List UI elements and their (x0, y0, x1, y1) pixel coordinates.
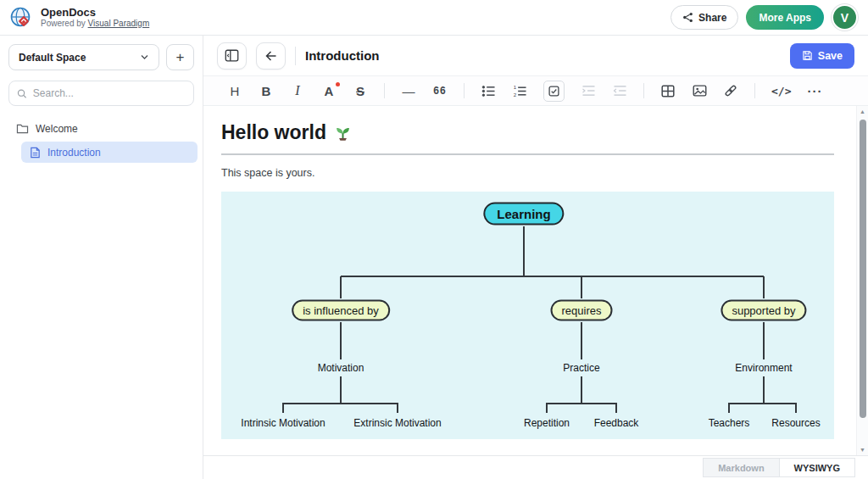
user-avatar[interactable]: V (832, 4, 858, 31)
mindmap-leaf-label: Teachers (709, 417, 750, 429)
opendocs-logo-icon (8, 5, 34, 31)
task-list-icon (548, 86, 559, 97)
svg-text:1: 1 (513, 85, 516, 90)
powered-by-prefix: Powered by (41, 19, 86, 28)
space-name: Default Space (19, 52, 86, 64)
mindmap-leaf-label: Resources (771, 417, 820, 429)
search-icon (17, 88, 27, 99)
table-button[interactable] (660, 81, 676, 101)
panel-toggle-icon (225, 49, 239, 62)
font-color-button[interactable]: A (321, 81, 337, 101)
space-selector[interactable]: Default Space (8, 44, 159, 70)
bullet-list-icon (481, 85, 496, 97)
mindmap-root-node: Learning (483, 203, 564, 226)
back-button[interactable] (256, 42, 286, 70)
chevron-down-icon (140, 54, 149, 60)
back-arrow-icon (264, 50, 278, 62)
sidebar: Default Space + W (0, 36, 203, 479)
link-icon (724, 84, 737, 97)
italic-button[interactable]: I (290, 81, 305, 101)
mindmap-category-label: Motivation (318, 362, 364, 374)
brand-block: OpenDocs Powered by Visual Paradigm (41, 6, 149, 29)
heading-rule (221, 153, 834, 155)
tab-markdown[interactable]: Markdown (703, 458, 778, 477)
search-box[interactable] (8, 81, 194, 106)
blockquote-button[interactable]: 66 (432, 81, 448, 101)
mindmap-leaf-label: Repetition (524, 417, 570, 429)
strikethrough-button[interactable]: S (353, 81, 368, 101)
task-list-button[interactable] (543, 81, 565, 102)
outdent-button[interactable] (612, 81, 627, 101)
powered-by: Powered by Visual Paradigm (41, 19, 149, 29)
save-button[interactable]: Save (790, 43, 854, 69)
doc-header: Introduction Save (203, 36, 868, 76)
mindmap-leaf-label: Intrinsic Motivation (241, 417, 325, 429)
toolbar-divider (754, 83, 755, 98)
mindmap-category-label: Practice (563, 362, 599, 374)
document-icon (30, 147, 41, 159)
scroll-down-arrow-icon[interactable]: ▼ (860, 444, 865, 455)
page-tree: Welcome Introduction (0, 118, 203, 163)
header-divider (295, 47, 296, 65)
mindmap-leaf-label: Extrinsic Motivation (353, 417, 441, 429)
image-button[interactable] (692, 81, 707, 101)
toggle-sidebar-button[interactable] (217, 42, 247, 70)
scroll-up-arrow-icon[interactable]: ▲ (860, 106, 865, 117)
folder-icon (16, 123, 29, 134)
table-icon (661, 85, 675, 97)
indent-icon (581, 85, 596, 97)
header-actions: Share More Apps V (670, 4, 858, 31)
mindmap-edge-label: is influenced by (292, 300, 390, 321)
toolbar-divider (464, 83, 465, 98)
mindmap-diagram[interactable]: Learning is influenced by requires suppo… (221, 192, 834, 439)
toolbar-divider (384, 83, 385, 98)
app-name: OpenDocs (41, 6, 149, 19)
space-selector-row: Default Space + (0, 44, 203, 70)
toolbar-divider (643, 83, 644, 98)
numbered-list-button[interactable]: 1 2 (512, 81, 527, 101)
share-label: Share (698, 12, 726, 24)
mindmap-edge-label: requires (551, 300, 613, 321)
svg-text:2: 2 (513, 91, 516, 97)
scrollbar-thumb[interactable] (860, 120, 866, 418)
more-options-button[interactable]: ··· (807, 81, 822, 101)
editor-canvas[interactable]: Hello world This space is yours. (203, 106, 868, 455)
seedling-emoji-icon (334, 124, 352, 142)
tree-item-introduction[interactable]: Introduction (21, 142, 198, 163)
search-input[interactable] (33, 87, 186, 99)
more-apps-button[interactable]: More Apps (746, 5, 824, 30)
font-color-dot (336, 82, 340, 86)
tree-item-label: Introduction (47, 147, 101, 159)
share-button[interactable]: Share (670, 5, 738, 30)
status-bar: Markdown WYSIWYG (203, 455, 868, 479)
bullet-list-button[interactable] (481, 81, 496, 101)
vertical-scrollbar[interactable]: ▲ ▼ (856, 106, 868, 455)
outdent-icon (613, 85, 627, 97)
share-icon (682, 12, 693, 23)
font-color-glyph: A (325, 84, 334, 98)
mindmap-category-label: Environment (735, 362, 792, 374)
doc-title: Introduction (305, 48, 379, 63)
save-icon (802, 50, 813, 61)
doc-heading-text: Hello world (221, 121, 326, 144)
heading-button[interactable]: H (227, 81, 242, 101)
numbered-list-icon: 1 2 (513, 85, 527, 97)
app-window: OpenDocs Powered by Visual Paradigm Shar… (0, 0, 868, 479)
doc-paragraph: This space is yours. (221, 167, 868, 179)
link-button[interactable] (723, 81, 738, 101)
add-space-button[interactable]: + (166, 44, 194, 70)
content-panel: Introduction Save H B I A S — 6 (203, 36, 868, 479)
indent-button[interactable] (581, 81, 596, 101)
image-icon (693, 85, 707, 97)
code-button[interactable]: </> (771, 81, 791, 101)
horizontal-rule-button[interactable]: — (401, 81, 416, 101)
bold-button[interactable]: B (259, 81, 274, 101)
main-area: Default Space + W (0, 36, 868, 479)
visual-paradigm-link[interactable]: Visual Paradigm (88, 19, 150, 28)
tree-item-welcome[interactable]: Welcome (0, 118, 203, 139)
format-toolbar: H B I A S — 66 1 2 (203, 76, 868, 106)
tree-item-label: Welcome (36, 123, 78, 135)
mindmap-leaf-label: Feedback (594, 417, 639, 429)
tab-wysiwyg[interactable]: WYSIWYG (779, 458, 855, 477)
doc-heading: Hello world (221, 121, 868, 144)
